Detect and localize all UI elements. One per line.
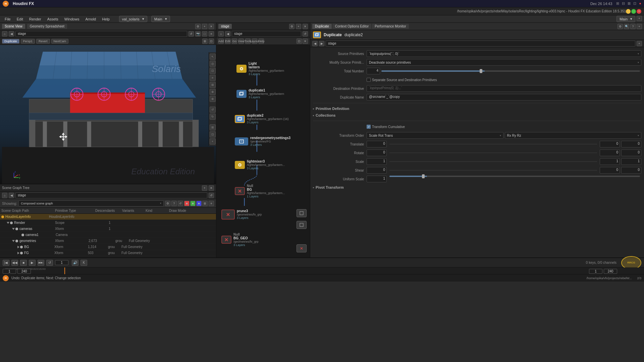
translate-x[interactable]: 0	[367, 141, 387, 147]
sg-path-input[interactable]	[15, 192, 207, 198]
node-lightmixer3[interactable]: lightmixer3 /lights/lanterns_grp/lantern…	[235, 160, 285, 170]
vp-camera-btn[interactable]: 📷	[195, 31, 201, 37]
vp-tool-9[interactable]: ↻	[210, 114, 216, 120]
node-lantern[interactable]: Light lantern /lights/lanterns_grp/lante…	[236, 62, 284, 76]
sg-refresh-btn[interactable]: ↺	[209, 193, 214, 198]
vp-tool-11[interactable]: ⊡	[210, 131, 216, 137]
scale-x[interactable]: 1	[367, 158, 387, 165]
sg-display-btn4[interactable]: ⊞	[202, 201, 208, 206]
node-null-bg[interactable]: Null BG /lights/lanterns_grp/lantern... …	[235, 184, 285, 198]
vp-tool-5[interactable]: ⊞	[210, 82, 216, 88]
rotation-order-value[interactable]: Rx Ry Rz ▾	[505, 132, 642, 139]
duplicate-mode-btn[interactable]: Duplicate	[2, 39, 19, 44]
viewport-path-input[interactable]	[15, 31, 187, 37]
ng-add-btn[interactable]: +	[296, 24, 301, 29]
menu-windows[interactable]: Windows	[62, 16, 82, 22]
transform-order-value[interactable]: Scale Rot Trans ▾	[367, 132, 503, 139]
node-null-bg-geo[interactable]: Null BG_GEO /geometries/fx_grp 3 Layers	[221, 233, 259, 247]
tl-range-start[interactable]: 1	[589, 269, 602, 274]
ng-tool-edit[interactable]: Edit	[225, 39, 230, 44]
sg-row-cameras[interactable]: cameras Xform 1	[0, 226, 216, 232]
sg-row-fg[interactable]: FG Xform 503 grou Full Geometry	[0, 250, 216, 256]
tl-frame-input[interactable]: 1	[55, 260, 68, 265]
sg-row-houdini-layer-info[interactable]: HoudiniLayerInfo HoudiniLayerInfo	[0, 214, 216, 220]
vp-display-btn[interactable]: □	[202, 31, 207, 37]
sg-settings-btn[interactable]: ≡	[209, 201, 214, 206]
main-dropdown[interactable]: Main ▾	[151, 16, 170, 22]
tab-scene-view[interactable]: Scene View	[2, 24, 25, 29]
separate-source-checkbox[interactable]: Separate Source and Destination Primitiv…	[367, 78, 437, 82]
ng-save-btn[interactable]: ⊡	[297, 39, 302, 44]
sg-home-btn[interactable]: ⌂	[2, 193, 7, 198]
shear-z[interactable]: 0	[621, 167, 641, 174]
side-node-2[interactable]	[297, 221, 307, 229]
tl-keys-btn[interactable]: K	[80, 260, 87, 266]
sg-close-btn[interactable]: ✕	[209, 185, 214, 191]
transform-cumulative-checkbox[interactable]: ✓ Transform Cumulative	[367, 125, 405, 129]
source-primitives-value[interactable]: `lopinputprims('.', 0)` ▾	[367, 50, 641, 57]
vp-back-btn[interactable]: ◀	[9, 31, 14, 37]
ng-home-btn[interactable]: ⌂	[218, 31, 224, 37]
translate-y[interactable]: 0	[600, 141, 620, 147]
sg-display-btn2[interactable]: ■	[190, 201, 196, 206]
vp-refresh-btn[interactable]: ↺	[189, 31, 194, 37]
total-number-slider[interactable]	[381, 70, 640, 72]
uniform-scale-value[interactable]: 1	[367, 176, 387, 182]
dest-primitive-value[interactable]: `lopinputPrims(0, 1)...`	[367, 85, 641, 92]
add-desktop-btn[interactable]: +	[637, 16, 642, 21]
ng-options-btn[interactable]: ⚙	[289, 24, 294, 29]
uniform-scale-slider[interactable]	[389, 176, 640, 177]
menu-file[interactable]: File	[2, 16, 13, 22]
rotate-x[interactable]: 0	[367, 149, 387, 156]
ng-path-input[interactable]	[232, 31, 301, 37]
ng-close2-btn[interactable]: ✕	[303, 39, 308, 44]
panel-options-btn[interactable]: ⚙	[195, 24, 201, 29]
sg-composed-dropdown[interactable]: Composed scene graph ▾	[18, 200, 164, 206]
tl-frame-end[interactable]: 240	[17, 269, 31, 274]
translate-z[interactable]: 0	[621, 141, 641, 147]
vp-settings-btn[interactable]: ≡	[209, 31, 214, 37]
node-prune3[interactable]: prune3 /geometries/fx_grp 3 Layers	[221, 209, 262, 220]
tl-next-btn[interactable]: ▶▶|	[38, 260, 44, 266]
nextcam-btn[interactable]: NextCam	[51, 39, 69, 44]
rp-tab-duplicate[interactable]: Duplicate	[312, 24, 332, 29]
vp-tool-8[interactable]: ↺	[210, 107, 216, 113]
rp-save-btn[interactable]: +	[637, 41, 642, 46]
persp1-btn[interactable]: Persp1	[21, 39, 35, 44]
sg-toolbar-btn2[interactable]: ?	[171, 201, 177, 206]
tl-start-btn[interactable]: |◀	[3, 260, 9, 266]
ng-refresh-btn[interactable]: ↺	[303, 31, 308, 37]
tab-geometry-spreadsheet[interactable]: Geometry Spreadsheet	[27, 24, 67, 29]
section-collections[interactable]: ▸ Collections	[313, 112, 641, 119]
modify-source-dropdown[interactable]: Deactivate source primitives ▾	[367, 59, 641, 66]
panel-close-btn[interactable]: ✕	[209, 24, 214, 29]
sg-row-bg[interactable]: BG Xform 1,314 grou Full Geometry	[0, 244, 216, 250]
sg-add-btn[interactable]: +	[202, 185, 207, 191]
workspace-selector[interactable]: Main ▾	[616, 16, 635, 22]
total-number-value[interactable]: 4	[367, 68, 380, 74]
menu-help[interactable]: Help	[99, 16, 112, 22]
ng-back-btn[interactable]: ◀	[225, 31, 230, 37]
section-primitive-definition[interactable]: ▸ Primitive Definition	[313, 105, 641, 112]
rotate-z[interactable]: 0	[621, 149, 641, 156]
vp-grid-btn[interactable]: ⊞	[202, 39, 208, 44]
node-duplicate1[interactable]: duplicate1 /lights/lanterns_grp/lantern …	[236, 88, 284, 99]
revert-btn[interactable]: Revert	[36, 39, 50, 44]
rp-gear-btn[interactable]: ⚙	[618, 24, 623, 29]
rp-add-btn[interactable]: +	[637, 24, 642, 29]
ng-tool-layout[interactable]: Layout	[252, 39, 257, 44]
sg-row-render[interactable]: Render Scope 1	[0, 220, 216, 226]
rp-back-btn[interactable]: ◀	[312, 41, 318, 46]
scale-z[interactable]: 1	[621, 158, 641, 165]
rotate-y[interactable]: 0	[600, 149, 620, 156]
rp-forward-btn[interactable]: ▶	[319, 41, 324, 46]
vp-snap-btn[interactable]: ⊡	[209, 39, 214, 44]
node-rendergeometry[interactable]: rendergeometrysettings3 /geometries/FG 3…	[235, 136, 290, 146]
vp-tool-12[interactable]: +	[210, 138, 216, 144]
vp-tool-select[interactable]: ↖	[210, 54, 216, 60]
sg-row-geometries[interactable]: geometries Xform 2,673 grou Full Geometr…	[0, 238, 216, 244]
rp-path-input[interactable]	[326, 41, 635, 47]
vp-tool-4[interactable]: ≡	[210, 75, 216, 81]
vp-tool-7[interactable]: ⊗	[210, 96, 216, 102]
menu-assets[interactable]: Assets	[45, 16, 61, 22]
